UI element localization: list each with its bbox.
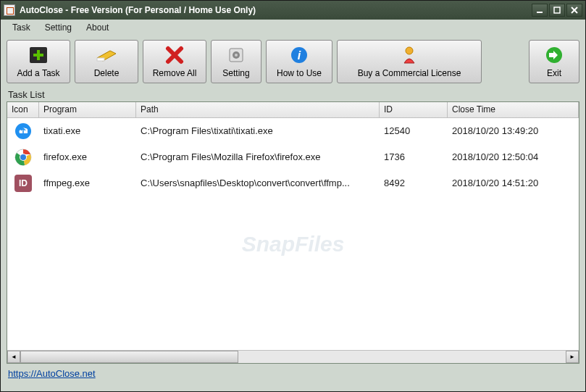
row-program: firefox.exe bbox=[39, 151, 136, 162]
app-icon bbox=[4, 4, 15, 16]
svg-point-20 bbox=[20, 154, 26, 160]
close-button[interactable] bbox=[566, 4, 582, 17]
scroll-thumb[interactable] bbox=[20, 351, 238, 363]
delete-label: Delete bbox=[94, 68, 120, 78]
row-icon-cell bbox=[7, 122, 39, 140]
chrome-icon bbox=[14, 149, 32, 166]
svg-point-12 bbox=[235, 54, 238, 57]
buy-license-button[interactable]: Buy a Commercial License bbox=[337, 40, 482, 83]
minimize-icon bbox=[536, 7, 543, 14]
row-program: tixati.exe bbox=[39, 125, 136, 136]
svg-rect-7 bbox=[97, 58, 104, 61]
watermark: SnapFiles bbox=[242, 232, 345, 257]
minimize-button[interactable] bbox=[532, 4, 548, 17]
delete-icon bbox=[95, 45, 118, 65]
table-row[interactable]: tixati.exe C:\Program Files\tixati\tixat… bbox=[7, 118, 579, 144]
row-id: 1736 bbox=[380, 151, 448, 162]
maximize-button[interactable] bbox=[549, 4, 565, 17]
how-to-use-icon: i bbox=[288, 45, 311, 65]
menu-task[interactable]: Task bbox=[5, 21, 38, 34]
table-row[interactable]: firefox.exe C:\Program Files\Mozilla Fir… bbox=[7, 144, 579, 170]
id-icon: ID bbox=[14, 175, 32, 192]
window-title: AutoClose - Free Version (For Personal /… bbox=[20, 5, 530, 15]
table-header: Icon Program Path ID Close Time bbox=[7, 102, 579, 118]
buy-license-icon bbox=[398, 45, 421, 65]
column-close-time[interactable]: Close Time bbox=[448, 102, 579, 117]
row-close-time: 2018/10/20 13:49:20 bbox=[448, 125, 579, 136]
row-id: 12540 bbox=[380, 125, 448, 136]
cloud-upload-icon bbox=[14, 122, 32, 140]
scroll-track[interactable] bbox=[20, 351, 566, 363]
table-body: tixati.exe C:\Program Files\tixati\tixat… bbox=[7, 118, 579, 350]
exit-button[interactable]: Exit bbox=[529, 40, 579, 83]
title-bar: AutoClose - Free Version (For Personal /… bbox=[1, 1, 585, 20]
maximize-icon bbox=[553, 7, 561, 14]
column-program[interactable]: Program bbox=[39, 102, 136, 117]
remove-all-button[interactable]: Remove All bbox=[143, 40, 206, 83]
add-task-icon bbox=[27, 45, 50, 65]
row-path: C:\Users\snapfiles\Desktop\convert\conve… bbox=[136, 178, 380, 188]
setting-icon bbox=[225, 45, 248, 65]
setting-label: Setting bbox=[222, 68, 249, 78]
column-id[interactable]: ID bbox=[380, 102, 448, 117]
scroll-left-button[interactable]: ◄ bbox=[7, 351, 20, 363]
delete-button[interactable]: Delete bbox=[75, 40, 138, 83]
table-row[interactable]: ID ffmpeg.exe C:\Users\snapfiles\Desktop… bbox=[7, 170, 579, 196]
exit-icon bbox=[543, 45, 566, 65]
column-icon[interactable]: Icon bbox=[7, 102, 39, 117]
exit-label: Exit bbox=[547, 68, 561, 78]
scroll-right-button[interactable]: ► bbox=[566, 351, 579, 363]
add-task-label: Add a Task bbox=[17, 68, 59, 78]
horizontal-scrollbar[interactable]: ◄ ► bbox=[7, 350, 579, 363]
footer: https://AutoClose.net bbox=[1, 364, 585, 383]
row-path: C:\Program Files\Mozilla Firefox\firefox… bbox=[136, 151, 380, 162]
row-close-time: 2018/10/20 12:50:04 bbox=[448, 151, 579, 162]
footer-link[interactable]: https://AutoClose.net bbox=[8, 368, 96, 379]
app-window: AutoClose - Free Version (For Personal /… bbox=[0, 0, 586, 392]
task-list-label: Task List bbox=[1, 88, 585, 101]
svg-rect-1 bbox=[554, 7, 560, 13]
row-program: ffmpeg.exe bbox=[39, 178, 136, 188]
column-path[interactable]: Path bbox=[136, 102, 380, 117]
menu-setting[interactable]: Setting bbox=[38, 21, 79, 34]
task-list: Icon Program Path ID Close Time tixati.e… bbox=[7, 101, 579, 364]
buy-license-label: Buy a Commercial License bbox=[358, 68, 461, 78]
remove-all-label: Remove All bbox=[153, 68, 197, 78]
setting-button[interactable]: Setting bbox=[211, 40, 261, 83]
close-icon bbox=[571, 7, 578, 14]
row-close-time: 2018/10/20 14:51:20 bbox=[448, 178, 579, 188]
svg-text:i: i bbox=[298, 49, 301, 62]
row-path: C:\Program Files\tixati\tixati.exe bbox=[136, 125, 380, 136]
menu-bar: Task Setting About bbox=[1, 20, 585, 36]
row-id: 8492 bbox=[380, 178, 448, 188]
toolbar: Add a Task Delete Remove All Setting i H… bbox=[1, 36, 585, 88]
how-to-use-button[interactable]: i How to Use bbox=[266, 40, 332, 83]
how-to-use-label: How to Use bbox=[277, 68, 322, 78]
row-icon-cell: ID bbox=[7, 175, 39, 192]
row-icon-cell bbox=[7, 149, 39, 166]
remove-all-icon bbox=[163, 45, 186, 65]
add-task-button[interactable]: Add a Task bbox=[7, 40, 70, 83]
menu-about[interactable]: About bbox=[79, 21, 116, 34]
svg-point-15 bbox=[406, 47, 413, 54]
